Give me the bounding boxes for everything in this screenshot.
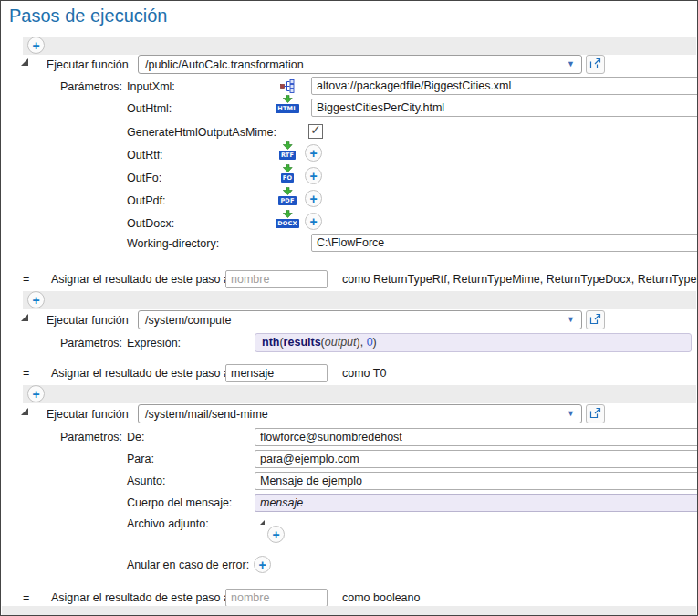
param-label-body: Cuerpo del mensaje: [127, 496, 232, 509]
docx-badge: DOCX [276, 219, 299, 228]
param-label-inputxml: InputXml: [127, 80, 175, 93]
param-label-to: Para: [127, 453, 154, 465]
param-label-workingdir: Working-directory: [127, 237, 219, 250]
generate-mime-checkbox[interactable] [308, 124, 323, 139]
execution-steps-page: Pasos de ejecución + Ejecutar función /p… [0, 0, 698, 616]
inputxml-field[interactable] [311, 77, 698, 95]
param-label-outhtml: OutHtml: [127, 102, 172, 115]
parameters-label: Parámetros: [60, 80, 122, 93]
assign-type-text: como booleano [342, 591, 420, 604]
workingdir-field[interactable] [311, 234, 698, 252]
add-outrtf-button[interactable]: + [305, 144, 322, 162]
add-outdocx-button[interactable]: + [305, 213, 322, 230]
fo-badge: FO [281, 173, 294, 183]
expression-field[interactable]: nth(results(output), 0) [255, 333, 692, 352]
equals-icon: = [23, 273, 29, 286]
expression-fn: nth [262, 336, 279, 349]
add-step-button[interactable]: + [27, 37, 45, 54]
parameters-divider [120, 78, 120, 254]
fo-output-icon: FO [273, 164, 302, 183]
expression-arg: output [325, 336, 357, 349]
mail-from-field[interactable] [255, 428, 698, 446]
html-badge: HTML [276, 104, 298, 113]
page-title: Pasos de ejecución [9, 5, 167, 26]
docx-output-icon: DOCX [273, 210, 302, 228]
external-link-icon [589, 57, 601, 69]
pdf-output-icon: PDF [273, 187, 302, 205]
assign-result-label: Asignar el resultado de este paso a [51, 591, 230, 604]
execute-function-label: Ejecutar función [47, 314, 129, 327]
download-arrow-icon [283, 95, 293, 103]
add-abort-on-error-button[interactable]: + [254, 556, 271, 573]
mail-body-field[interactable] [255, 494, 698, 512]
execute-function-label: Ejecutar función [47, 408, 129, 421]
parameters-divider [120, 334, 120, 354]
execute-function-label: Ejecutar función [47, 58, 129, 71]
equals-icon: = [23, 367, 29, 380]
param-label-outfo: OutFo: [127, 172, 161, 184]
function-combobox[interactable]: /public/AutoCalc.transformation ▼ [138, 55, 582, 74]
chevron-down-icon[interactable]: ▼ [567, 409, 575, 419]
add-step-band [23, 291, 696, 309]
rtf-badge: RTF [279, 151, 296, 160]
param-label-subject: Asunto: [127, 475, 165, 487]
xml-tree-icon [273, 79, 302, 93]
add-outpdf-button[interactable]: + [305, 190, 322, 207]
open-function-button[interactable] [586, 55, 605, 74]
open-function-button[interactable] [586, 310, 605, 329]
chevron-down-icon[interactable]: ▼ [567, 59, 575, 69]
add-step-band [23, 385, 696, 403]
parameters-label: Parámetros: [60, 431, 122, 444]
collapse-step-icon[interactable] [21, 408, 28, 415]
external-link-icon [589, 313, 601, 325]
chevron-down-icon[interactable]: ▼ [567, 315, 575, 325]
assign-result-label: Asignar el resultado de este paso a [51, 273, 230, 286]
bottom-band [2, 606, 696, 616]
param-label-attachment: Archivo adjunto: [127, 517, 209, 530]
add-attachment-button[interactable]: + [267, 526, 285, 543]
download-arrow-icon [283, 210, 293, 218]
function-combobox[interactable]: /system/compute ▼ [138, 310, 582, 329]
assign-type-text: como T0 [342, 367, 386, 380]
param-label-outdocx: OutDocx: [127, 217, 174, 230]
outhtml-field[interactable] [311, 99, 698, 117]
mail-to-field[interactable] [255, 450, 698, 468]
download-arrow-icon [283, 164, 293, 172]
parameters-label: Parámetros: [60, 337, 122, 350]
param-label-from: De: [127, 431, 144, 444]
function-combobox-value: /public/AutoCalc.transformation [145, 58, 304, 71]
assign-result-label: Asignar el resultado de este paso a [51, 367, 230, 380]
expression-fn: results [284, 336, 321, 349]
pdf-badge: PDF [278, 196, 296, 205]
function-combobox-value: /system/mail/send-mime [145, 408, 268, 421]
function-combobox-value: /system/compute [145, 314, 231, 327]
add-step-button[interactable]: + [27, 291, 45, 308]
add-step-button[interactable]: + [27, 385, 45, 402]
collapse-step-icon[interactable] [21, 314, 28, 321]
assign-name-field[interactable] [225, 364, 328, 382]
collapse-attachment-icon[interactable] [260, 520, 265, 525]
assign-name-field[interactable] [225, 270, 328, 288]
param-label-outrtf: OutRtf: [127, 149, 163, 162]
html-output-icon: HTML [273, 95, 302, 113]
assign-type-text: como ReturnTypeRtf, ReturnTypeMime, Retu… [342, 273, 698, 286]
param-label-abort: Anular en caso de error: [127, 559, 249, 571]
add-step-band [23, 37, 696, 55]
equals-icon: = [23, 591, 29, 604]
download-arrow-icon [283, 141, 293, 150]
open-function-button[interactable] [586, 404, 605, 423]
assign-name-field[interactable] [225, 589, 328, 607]
expression-number: 0 [367, 336, 373, 349]
add-outfo-button[interactable]: + [305, 167, 322, 184]
param-label-expression: Expresión: [127, 337, 181, 350]
mail-subject-field[interactable] [255, 472, 698, 490]
rtf-output-icon: RTF [273, 141, 302, 160]
parameters-divider [120, 429, 120, 582]
download-arrow-icon [283, 187, 293, 195]
external-link-icon [589, 407, 601, 419]
collapse-step-icon[interactable] [21, 58, 28, 66]
param-label-outpdf: OutPdf: [127, 194, 165, 207]
param-label-generatemime: GenerateHtmlOutputAsMime: [127, 126, 276, 139]
function-combobox[interactable]: /system/mail/send-mime ▼ [138, 404, 582, 423]
